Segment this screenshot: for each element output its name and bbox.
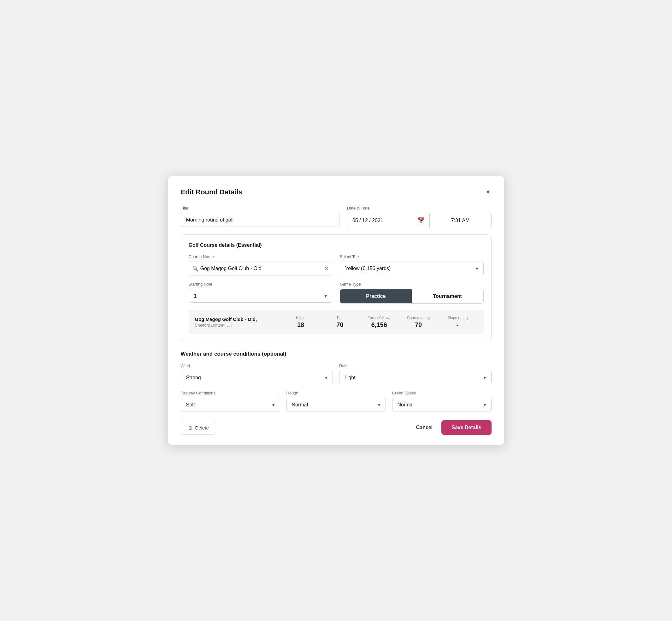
rough-label: Rough (287, 391, 386, 396)
rough-group: Rough ShortNormalLong ▼ (287, 391, 386, 411)
edit-round-modal: Edit Round Details × Title Date & Time 0… (168, 176, 504, 445)
save-button[interactable]: Save Details (442, 420, 491, 435)
holes-label: Holes (296, 316, 306, 320)
fairway-group: Fairway Conditions HardNormalSoftWet ▼ (181, 391, 280, 411)
close-button[interactable]: × (485, 188, 492, 197)
trash-icon: 🗑 (188, 425, 193, 430)
slope-rating-stat: Slope rating - (438, 316, 477, 329)
delete-button[interactable]: 🗑 Delete (181, 421, 216, 434)
course-rating-value: 70 (415, 321, 422, 329)
wind-label: Wind (181, 364, 333, 368)
modal-title: Edit Round Details (181, 188, 243, 196)
starting-hole-dropdown[interactable]: 1234 5678 910 (189, 289, 333, 303)
date-time-fields: 05 / 12 / 2021 📅 7:31 AM (347, 213, 492, 228)
rain-group: Rain NoneLightModerateHeavy ▼ (339, 364, 492, 384)
rain-label: Rain (339, 364, 492, 368)
select-tee-wrapper: Yellow (6,156 yards) White Red Blue ▼ (340, 261, 484, 275)
starting-hole-wrapper: 1234 5678 910 ▼ (189, 289, 333, 303)
rain-wrapper: NoneLightModerateHeavy ▼ (339, 371, 492, 384)
course-name-label: Course Name (189, 254, 333, 259)
course-name-input[interactable] (189, 261, 333, 276)
clear-icon[interactable]: ✕ (324, 266, 328, 272)
game-type-group: Game Type Practice Tournament (340, 282, 484, 303)
right-actions: Cancel Save Details (416, 420, 492, 435)
par-value: 70 (336, 321, 343, 329)
starting-hole-group: Starting Hole 1234 5678 910 ▼ (189, 282, 333, 303)
starting-hole-label: Starting Hole (189, 282, 333, 287)
par-stat: Par 70 (320, 316, 359, 329)
tournament-button[interactable]: Tournament (412, 289, 483, 303)
delete-label: Delete (195, 425, 209, 430)
holes-stat: Holes 18 (281, 316, 320, 329)
weather-section: Weather and course conditions (optional)… (181, 351, 492, 411)
hole-gametype-row: Starting Hole 1234 5678 910 ▼ Game Type … (189, 282, 484, 303)
fairway-dropdown[interactable]: HardNormalSoftWet (181, 398, 280, 411)
footer-actions: 🗑 Delete Cancel Save Details (181, 420, 492, 435)
yards-value: 6,156 (371, 321, 387, 329)
practice-button[interactable]: Practice (340, 289, 412, 303)
fairway-wrapper: HardNormalSoftWet ▼ (181, 398, 280, 411)
fairway-rough-green-row: Fairway Conditions HardNormalSoftWet ▼ R… (181, 391, 492, 411)
wind-rain-row: Wind CalmLightModerateStrong ▼ Rain None… (181, 364, 492, 384)
date-field[interactable]: 05 / 12 / 2021 📅 (347, 213, 430, 228)
course-name-wrapper: 🔍 ✕ (189, 261, 333, 276)
course-name-group: Course Name 🔍 ✕ (189, 254, 333, 276)
green-speed-dropdown[interactable]: SlowNormalFastVery Fast (392, 398, 492, 411)
wind-wrapper: CalmLightModerateStrong ▼ (181, 371, 333, 384)
course-info-name-block: Gog Magog Golf Club - Old, Shelford Bott… (195, 317, 281, 328)
yards-label: Yards(Yellow) (368, 316, 390, 320)
datetime-label: Date & Time (347, 206, 492, 210)
green-speed-group: Green Speed SlowNormalFastVery Fast ▼ (392, 391, 492, 411)
golf-course-title: Golf Course details (Essential) (189, 242, 484, 248)
green-speed-label: Green Speed (392, 391, 492, 396)
slope-rating-label: Slope rating (447, 316, 468, 320)
course-tee-row: Course Name 🔍 ✕ Select Tee Yellow (6,156… (189, 254, 484, 276)
cancel-button[interactable]: Cancel (416, 425, 432, 430)
calendar-icon: 📅 (417, 217, 424, 224)
select-tee-dropdown[interactable]: Yellow (6,156 yards) White Red Blue (340, 261, 484, 275)
weather-section-title: Weather and course conditions (optional) (181, 351, 492, 357)
rough-wrapper: ShortNormalLong ▼ (287, 398, 386, 411)
modal-header: Edit Round Details × (181, 188, 492, 197)
wind-dropdown[interactable]: CalmLightModerateStrong (181, 371, 333, 384)
fairway-label: Fairway Conditions (181, 391, 280, 396)
search-icon: 🔍 (193, 266, 199, 272)
rain-dropdown[interactable]: NoneLightModerateHeavy (339, 371, 492, 384)
datetime-group: Date & Time 05 / 12 / 2021 📅 7:31 AM (347, 206, 492, 228)
wind-group: Wind CalmLightModerateStrong ▼ (181, 364, 333, 384)
date-value: 05 / 12 / 2021 (352, 218, 383, 223)
course-rating-label: Course rating (407, 316, 430, 320)
par-label: Par (337, 316, 343, 320)
course-name-display: Gog Magog Golf Club - Old, (195, 317, 281, 322)
course-info-bar: Gog Magog Golf Club - Old, Shelford Bott… (189, 310, 484, 334)
course-rating-stat: Course rating 70 (399, 316, 438, 329)
game-type-label: Game Type (340, 282, 484, 287)
slope-rating-value: - (457, 321, 459, 329)
title-input[interactable] (181, 213, 339, 227)
title-label: Title (181, 206, 339, 210)
select-tee-label: Select Tee (340, 254, 484, 259)
rough-dropdown[interactable]: ShortNormalLong (287, 398, 386, 411)
title-group: Title (181, 206, 339, 228)
green-speed-wrapper: SlowNormalFastVery Fast ▼ (392, 398, 492, 411)
time-field[interactable]: 7:31 AM (430, 213, 492, 228)
yards-stat: Yards(Yellow) 6,156 (360, 316, 399, 329)
title-datetime-row: Title Date & Time 05 / 12 / 2021 📅 7:31 … (181, 206, 492, 228)
time-value: 7:31 AM (451, 218, 470, 223)
game-type-toggle: Practice Tournament (340, 289, 484, 303)
course-location: Shelford Bottom, UK (195, 323, 281, 328)
holes-value: 18 (297, 321, 304, 329)
select-tee-group: Select Tee Yellow (6,156 yards) White Re… (340, 254, 484, 276)
golf-course-section: Golf Course details (Essential) Course N… (181, 235, 492, 342)
